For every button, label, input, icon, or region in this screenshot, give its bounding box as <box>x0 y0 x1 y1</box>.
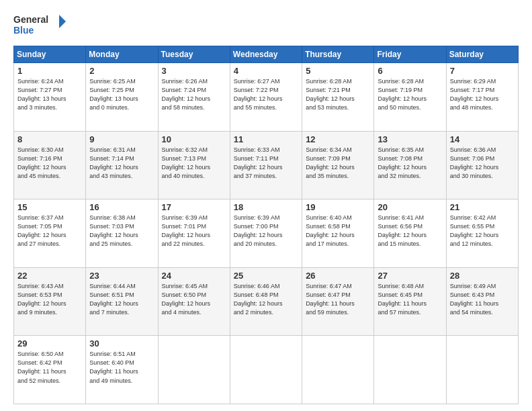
day-number: 16 <box>89 202 154 212</box>
day-number: 25 <box>234 271 298 281</box>
calendar-cell: 25Sunrise: 6:46 AMSunset: 6:48 PMDayligh… <box>230 267 302 336</box>
day-info: Sunrise: 6:39 AMSunset: 7:01 PMDaylight:… <box>162 214 226 248</box>
day-number: 4 <box>234 66 298 76</box>
day-header-saturday: Saturday <box>446 46 518 63</box>
day-header-monday: Monday <box>86 46 158 63</box>
day-info: Sunrise: 6:30 AMSunset: 7:16 PMDaylight:… <box>17 146 82 181</box>
calendar-cell: 24Sunrise: 6:45 AMSunset: 6:50 PMDayligh… <box>158 267 230 336</box>
calendar-cell <box>230 336 302 404</box>
calendar-cell: 9Sunrise: 6:31 AMSunset: 7:14 PMDaylight… <box>86 131 158 199</box>
calendar-cell: 18Sunrise: 6:39 AMSunset: 7:00 PMDayligh… <box>230 199 302 268</box>
day-number: 28 <box>450 271 515 281</box>
calendar-header-row: SundayMondayTuesdayWednesdayThursdayFrid… <box>14 46 519 63</box>
calendar-week-4: 22Sunrise: 6:43 AMSunset: 6:53 PMDayligh… <box>14 267 519 336</box>
day-info: Sunrise: 6:43 AMSunset: 6:53 PMDaylight:… <box>17 282 82 317</box>
calendar-cell: 2Sunrise: 6:25 AMSunset: 7:25 PMDaylight… <box>86 63 158 132</box>
calendar-cell: 3Sunrise: 6:26 AMSunset: 7:24 PMDaylight… <box>158 63 230 132</box>
day-number: 22 <box>17 271 82 281</box>
calendar-cell <box>158 336 230 404</box>
calendar-cell: 4Sunrise: 6:27 AMSunset: 7:22 PMDaylight… <box>230 63 302 132</box>
day-number: 17 <box>162 202 226 212</box>
calendar-week-1: 1Sunrise: 6:24 AMSunset: 7:27 PMDaylight… <box>14 63 519 132</box>
calendar-week-3: 15Sunrise: 6:37 AMSunset: 7:05 PMDayligh… <box>14 199 519 268</box>
day-info: Sunrise: 6:35 AMSunset: 7:08 PMDaylight:… <box>378 146 442 181</box>
day-number: 30 <box>89 338 154 349</box>
day-info: Sunrise: 6:49 AMSunset: 6:43 PMDaylight:… <box>450 282 515 317</box>
day-info: Sunrise: 6:24 AMSunset: 7:27 PMDaylight:… <box>17 77 82 112</box>
calendar-cell: 26Sunrise: 6:47 AMSunset: 6:47 PMDayligh… <box>302 267 374 336</box>
calendar-cell: 30Sunrise: 6:51 AMSunset: 6:40 PMDayligh… <box>86 336 158 404</box>
calendar-cell <box>302 336 374 404</box>
day-number: 7 <box>450 66 515 76</box>
day-number: 26 <box>306 271 370 281</box>
day-number: 23 <box>89 271 154 281</box>
day-info: Sunrise: 6:39 AMSunset: 7:00 PMDaylight:… <box>234 214 298 248</box>
day-number: 2 <box>89 66 154 76</box>
day-info: Sunrise: 6:37 AMSunset: 7:05 PMDaylight:… <box>17 214 82 248</box>
day-info: Sunrise: 6:48 AMSunset: 6:45 PMDaylight:… <box>378 282 442 317</box>
day-number: 11 <box>234 134 298 144</box>
calendar-cell: 27Sunrise: 6:48 AMSunset: 6:45 PMDayligh… <box>374 267 446 336</box>
day-info: Sunrise: 6:36 AMSunset: 7:06 PMDaylight:… <box>450 146 515 181</box>
calendar-cell: 20Sunrise: 6:41 AMSunset: 6:56 PMDayligh… <box>374 199 446 268</box>
day-number: 12 <box>306 134 370 144</box>
calendar-cell: 29Sunrise: 6:50 AMSunset: 6:42 PMDayligh… <box>14 336 86 404</box>
calendar-cell: 10Sunrise: 6:32 AMSunset: 7:13 PMDayligh… <box>158 131 230 199</box>
calendar-cell <box>374 336 446 404</box>
day-info: Sunrise: 6:34 AMSunset: 7:09 PMDaylight:… <box>306 146 370 181</box>
calendar-page: General Blue SundayMondayTuesdayWednesda… <box>0 0 532 411</box>
day-number: 18 <box>234 202 298 212</box>
calendar-cell: 6Sunrise: 6:28 AMSunset: 7:19 PMDaylight… <box>374 63 446 132</box>
day-number: 9 <box>89 134 154 144</box>
day-number: 29 <box>17 338 82 349</box>
day-number: 27 <box>378 271 442 281</box>
day-number: 1 <box>17 66 82 76</box>
calendar-cell: 8Sunrise: 6:30 AMSunset: 7:16 PMDaylight… <box>14 131 86 199</box>
calendar-cell: 7Sunrise: 6:29 AMSunset: 7:17 PMDaylight… <box>446 63 518 132</box>
day-number: 14 <box>450 134 515 144</box>
day-header-friday: Friday <box>374 46 446 63</box>
day-number: 8 <box>17 134 82 144</box>
calendar-cell: 23Sunrise: 6:44 AMSunset: 6:51 PMDayligh… <box>86 267 158 336</box>
day-header-wednesday: Wednesday <box>230 46 302 63</box>
day-info: Sunrise: 6:50 AMSunset: 6:42 PMDaylight:… <box>17 350 82 385</box>
calendar-cell: 13Sunrise: 6:35 AMSunset: 7:08 PMDayligh… <box>374 131 446 199</box>
svg-text:Blue: Blue <box>13 25 34 36</box>
calendar-cell: 22Sunrise: 6:43 AMSunset: 6:53 PMDayligh… <box>14 267 86 336</box>
day-number: 6 <box>378 66 442 76</box>
day-info: Sunrise: 6:28 AMSunset: 7:19 PMDaylight:… <box>378 77 442 112</box>
day-info: Sunrise: 6:41 AMSunset: 6:56 PMDaylight:… <box>378 214 442 248</box>
header: General Blue <box>13 12 519 39</box>
svg-marker-2 <box>59 15 66 28</box>
calendar-cell: 1Sunrise: 6:24 AMSunset: 7:27 PMDaylight… <box>14 63 86 132</box>
day-header-tuesday: Tuesday <box>158 46 230 63</box>
day-number: 20 <box>378 202 442 212</box>
logo-svg: General Blue <box>13 12 67 39</box>
calendar-cell: 15Sunrise: 6:37 AMSunset: 7:05 PMDayligh… <box>14 199 86 268</box>
day-number: 5 <box>306 66 370 76</box>
day-info: Sunrise: 6:40 AMSunset: 6:58 PMDaylight:… <box>306 214 370 248</box>
calendar-table: SundayMondayTuesdayWednesdayThursdayFrid… <box>13 46 519 404</box>
calendar-cell: 19Sunrise: 6:40 AMSunset: 6:58 PMDayligh… <box>302 199 374 268</box>
day-header-sunday: Sunday <box>14 46 86 63</box>
logo: General Blue <box>13 12 67 39</box>
day-number: 10 <box>162 134 226 144</box>
day-info: Sunrise: 6:31 AMSunset: 7:14 PMDaylight:… <box>89 146 154 181</box>
day-info: Sunrise: 6:25 AMSunset: 7:25 PMDaylight:… <box>89 77 154 112</box>
calendar-cell: 16Sunrise: 6:38 AMSunset: 7:03 PMDayligh… <box>86 199 158 268</box>
day-info: Sunrise: 6:46 AMSunset: 6:48 PMDaylight:… <box>234 282 298 317</box>
svg-text:General: General <box>13 14 48 25</box>
calendar-week-5: 29Sunrise: 6:50 AMSunset: 6:42 PMDayligh… <box>14 336 519 404</box>
day-number: 24 <box>162 271 226 281</box>
calendar-cell <box>446 336 518 404</box>
day-info: Sunrise: 6:42 AMSunset: 6:55 PMDaylight:… <box>450 214 515 248</box>
day-info: Sunrise: 6:29 AMSunset: 7:17 PMDaylight:… <box>450 77 515 112</box>
day-number: 3 <box>162 66 226 76</box>
day-info: Sunrise: 6:47 AMSunset: 6:47 PMDaylight:… <box>306 282 370 317</box>
day-info: Sunrise: 6:28 AMSunset: 7:21 PMDaylight:… <box>306 77 370 112</box>
calendar-cell: 12Sunrise: 6:34 AMSunset: 7:09 PMDayligh… <box>302 131 374 199</box>
day-info: Sunrise: 6:51 AMSunset: 6:40 PMDaylight:… <box>89 350 154 385</box>
day-info: Sunrise: 6:44 AMSunset: 6:51 PMDaylight:… <box>89 282 154 317</box>
calendar-cell: 28Sunrise: 6:49 AMSunset: 6:43 PMDayligh… <box>446 267 518 336</box>
day-info: Sunrise: 6:32 AMSunset: 7:13 PMDaylight:… <box>162 146 226 181</box>
